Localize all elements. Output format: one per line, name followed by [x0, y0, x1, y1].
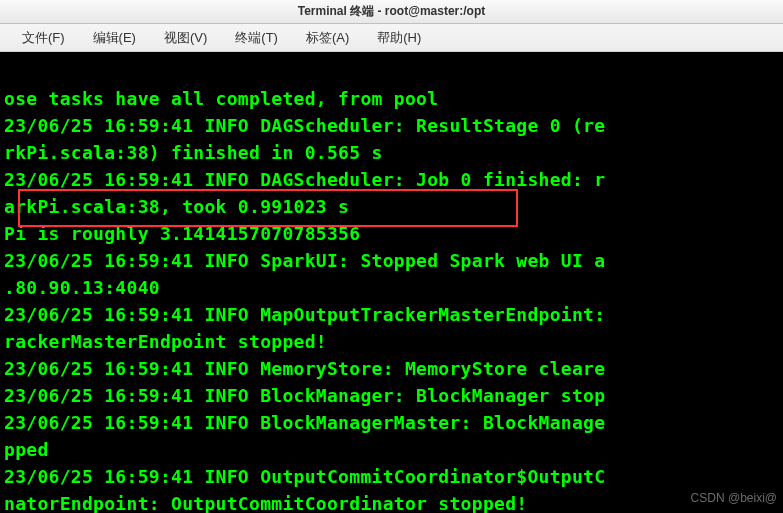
terminal-line: 23/06/25 16:59:41 INFO DAGScheduler: Job…	[4, 169, 605, 190]
terminal-line: arkPi.scala:38, took 0.991023 s	[4, 196, 349, 217]
menu-help[interactable]: 帮助(H)	[363, 25, 435, 51]
terminal-output[interactable]: ose tasks have all completed, from pool …	[0, 52, 783, 513]
window-titlebar: Terminal 终端 - root@master:/opt	[0, 0, 783, 24]
terminal-line: .80.90.13:4040	[4, 277, 160, 298]
terminal-line: 23/06/25 16:59:41 INFO SparkUI: Stopped …	[4, 250, 605, 271]
terminal-line: pped	[4, 439, 49, 460]
terminal-line: 23/06/25 16:59:41 INFO MemoryStore: Memo…	[4, 358, 605, 379]
menubar: 文件(F) 编辑(E) 视图(V) 终端(T) 标签(A) 帮助(H)	[0, 24, 783, 52]
window-title: Terminal 终端 - root@master:/opt	[298, 3, 486, 20]
terminal-line: 23/06/25 16:59:41 INFO DAGScheduler: Res…	[4, 115, 605, 136]
terminal-line: rackerMasterEndpoint stopped!	[4, 331, 327, 352]
watermark: CSDN @beixi@	[691, 491, 777, 505]
terminal-line: 23/06/25 16:59:41 INFO BlockManagerMaste…	[4, 412, 605, 433]
terminal-line: 23/06/25 16:59:41 INFO MapOutputTrackerM…	[4, 304, 605, 325]
menu-view[interactable]: 视图(V)	[150, 25, 221, 51]
menu-terminal[interactable]: 终端(T)	[221, 25, 292, 51]
menu-file[interactable]: 文件(F)	[8, 25, 79, 51]
terminal-line: 23/06/25 16:59:41 INFO BlockManager: Blo…	[4, 385, 605, 406]
terminal-line: Pi is roughly 3.1414157070785356	[4, 223, 360, 244]
terminal-line: natorEndpoint: OutputCommitCoordinator s…	[4, 493, 527, 513]
menu-tab[interactable]: 标签(A)	[292, 25, 363, 51]
menu-edit[interactable]: 编辑(E)	[79, 25, 150, 51]
terminal-line: rkPi.scala:38) finished in 0.565 s	[4, 142, 383, 163]
terminal-line: ose tasks have all completed, from pool	[4, 88, 438, 109]
terminal-line: 23/06/25 16:59:41 INFO OutputCommitCoord…	[4, 466, 605, 487]
